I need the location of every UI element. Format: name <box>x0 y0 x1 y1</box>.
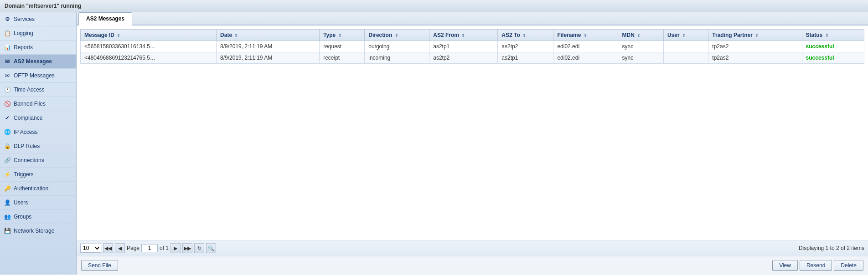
col-date[interactable]: Date ⇕ <box>217 30 320 41</box>
col-filename[interactable]: Filename ⇕ <box>553 30 618 41</box>
cell-date: 8/9/2019, 2:11:19 AM <box>217 52 320 64</box>
resend-button[interactable]: Resend <box>800 260 832 271</box>
search-button[interactable]: 🔍 <box>206 243 216 253</box>
cell-status: successful <box>802 52 864 64</box>
sidebar-item-groups[interactable]: 👥Groups <box>0 210 76 224</box>
cell-as2-to: as2tp1 <box>498 52 553 64</box>
right-action-buttons: View Resend Delete <box>772 260 863 271</box>
sidebar-item-compliance[interactable]: ✔Compliance <box>0 111 76 125</box>
pagination-bar: 102550100 ◀◀ ◀ Page of 1 ▶ ▶▶ ↻ 🔍 Displa… <box>77 240 868 256</box>
col-status[interactable]: Status ⇕ <box>802 30 864 41</box>
messages-table: Message ID ⇕ Date ⇕ Type ⇕ Direction ⇕ A… <box>80 29 864 64</box>
sidebar-item-oftp-messages[interactable]: ✉OFTP Messages <box>0 69 76 83</box>
sidebar-item-users[interactable]: 👤Users <box>0 196 76 210</box>
sidebar-item-dlp-rules[interactable]: 🔒DLP Rules <box>0 139 76 153</box>
tab-as2-messages[interactable]: AS2 Messages <box>78 12 132 25</box>
cell-mdn: sync <box>618 41 663 52</box>
sidebar-item-connections[interactable]: 🔗Connections <box>0 153 76 168</box>
cell-message-id: <4804968869123214765.5… <box>81 52 217 64</box>
services-icon: ⚙ <box>4 15 11 23</box>
action-bar: Send File View Resend Delete <box>77 256 868 275</box>
first-page-button[interactable]: ◀◀ <box>103 243 113 253</box>
content-area: AS2 Messages Message ID ⇕ Date ⇕ Type ⇕ … <box>77 12 868 275</box>
displaying-text: Displaying 1 to 2 of 2 items <box>799 245 864 251</box>
users-icon: 👤 <box>4 199 11 206</box>
sidebar-label-services: Services <box>14 16 35 22</box>
sidebar-item-ip-access[interactable]: 🌐IP Access <box>0 125 76 139</box>
page-label: Page <box>127 245 140 251</box>
col-message-id[interactable]: Message ID ⇕ <box>81 30 217 41</box>
cell-mdn: sync <box>618 52 663 64</box>
cell-message-id: <5658158033630116134.5… <box>81 41 217 52</box>
sidebar-label-compliance: Compliance <box>14 115 42 121</box>
cell-as2-from: as2tp1 <box>429 41 498 52</box>
messages-table-wrapper: Message ID ⇕ Date ⇕ Type ⇕ Direction ⇕ A… <box>77 25 868 240</box>
cell-date: 8/9/2019, 2:11:19 AM <box>217 41 320 52</box>
sidebar-label-as2-messages: AS2 Messages <box>14 58 52 65</box>
sidebar-label-network-storage: Network Storage <box>14 228 54 234</box>
cell-type: receipt <box>320 52 365 64</box>
cell-status: successful <box>802 41 864 52</box>
cell-user <box>663 52 708 64</box>
table-body: <5658158033630116134.5…8/9/2019, 2:11:19… <box>81 41 864 64</box>
sidebar-item-network-storage[interactable]: 💾Network Storage <box>0 224 76 238</box>
sidebar-item-reports[interactable]: 📊Reports <box>0 41 76 55</box>
sidebar-item-time-access[interactable]: 🕐Time Access <box>0 83 76 97</box>
compliance-icon: ✔ <box>4 114 11 122</box>
sidebar-item-logging[interactable]: 📋Logging <box>0 26 76 41</box>
col-trading-partner[interactable]: Trading Partner ⇕ <box>708 30 802 41</box>
view-button[interactable]: View <box>772 260 798 271</box>
network-storage-icon: 💾 <box>4 227 11 234</box>
dlp-rules-icon: 🔒 <box>4 143 11 150</box>
sidebar-label-triggers: Triggers <box>14 171 34 178</box>
sidebar-label-users: Users <box>14 199 28 206</box>
sidebar-item-authentication[interactable]: 🔑Authentication <box>0 182 76 196</box>
ip-access-icon: 🌐 <box>4 128 11 136</box>
cell-as2-from: as2tp2 <box>429 52 498 64</box>
sidebar-item-services[interactable]: ⚙Services <box>0 12 76 26</box>
sidebar-label-groups: Groups <box>14 214 31 220</box>
sidebar-label-connections: Connections <box>14 157 44 163</box>
page-number-input[interactable] <box>141 244 158 252</box>
cell-trading-partner: tp2as2 <box>708 41 802 52</box>
sidebar-label-authentication: Authentication <box>14 185 48 192</box>
sidebar-label-logging: Logging <box>14 30 33 36</box>
sidebar-label-time-access: Time Access <box>14 87 45 93</box>
last-page-button[interactable]: ▶▶ <box>182 243 192 253</box>
col-as2-to[interactable]: AS2 To ⇕ <box>498 30 553 41</box>
send-file-button[interactable]: Send File <box>81 260 118 271</box>
col-direction[interactable]: Direction ⇕ <box>365 30 429 41</box>
table-row[interactable]: <4804968869123214765.5…8/9/2019, 2:11:19… <box>81 52 864 64</box>
table-row[interactable]: <5658158033630116134.5…8/9/2019, 2:11:19… <box>81 41 864 52</box>
authentication-icon: 🔑 <box>4 185 11 192</box>
sidebar-label-dlp-rules: DLP Rules <box>14 143 40 149</box>
sidebar: ⚙Services📋Logging📊Reports✉AS2 Messages✉O… <box>0 12 77 275</box>
domain-title: Domain "mftserver1" running <box>5 3 81 9</box>
sidebar-item-as2-messages[interactable]: ✉AS2 Messages <box>0 55 76 69</box>
refresh-button[interactable]: ↻ <box>194 243 204 253</box>
connections-icon: 🔗 <box>4 157 11 164</box>
sidebar-label-oftp-messages: OFTP Messages <box>14 72 55 79</box>
logging-icon: 📋 <box>4 30 11 37</box>
sidebar-label-ip-access: IP Access <box>14 129 37 135</box>
cell-direction: outgoing <box>365 41 429 52</box>
col-user[interactable]: User ⇕ <box>663 30 708 41</box>
sidebar-label-reports: Reports <box>14 44 33 51</box>
page-size-select[interactable]: 102550100 <box>80 244 101 253</box>
sidebar-label-banned-files: Banned Files <box>14 101 46 107</box>
sidebar-item-triggers[interactable]: ⚡Triggers <box>0 168 76 182</box>
cell-type: request <box>320 41 365 52</box>
prev-page-button[interactable]: ◀ <box>115 243 125 253</box>
cell-as2-to: as2tp2 <box>498 41 553 52</box>
groups-icon: 👥 <box>4 213 11 220</box>
title-bar: Domain "mftserver1" running <box>0 0 868 12</box>
delete-button[interactable]: Delete <box>834 260 863 271</box>
table-header-row: Message ID ⇕ Date ⇕ Type ⇕ Direction ⇕ A… <box>81 30 864 41</box>
col-type[interactable]: Type ⇕ <box>320 30 365 41</box>
col-as2-from[interactable]: AS2 From ⇕ <box>429 30 498 41</box>
next-page-button[interactable]: ▶ <box>170 243 181 253</box>
cell-direction: incoming <box>365 52 429 64</box>
as2-messages-icon: ✉ <box>4 58 11 65</box>
sidebar-item-banned-files[interactable]: 🚫Banned Files <box>0 97 76 111</box>
col-mdn[interactable]: MDN ⇕ <box>618 30 663 41</box>
